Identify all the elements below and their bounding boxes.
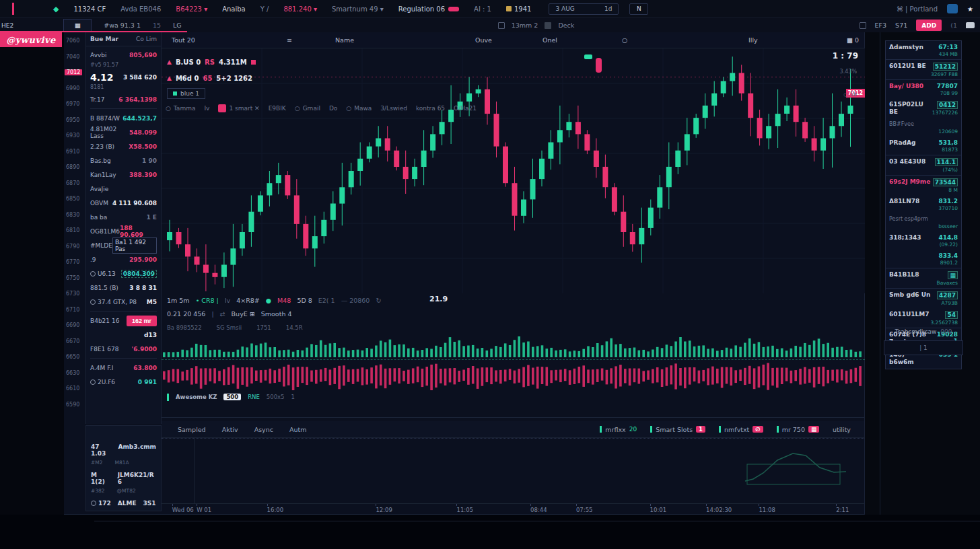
- timeframe-token[interactable]: ↻: [376, 297, 381, 304]
- toolbar-item-do[interactable]: Do: [329, 105, 337, 112]
- chat-bubble-icon[interactable]: [966, 22, 975, 28]
- menu-item-3[interactable]: Smartnum 49 ▾: [332, 5, 384, 13]
- toolbar-item-mawa[interactable]: ○Mawa: [346, 105, 372, 112]
- timeframe-token[interactable]: M48: [277, 297, 291, 304]
- active-layout-tab[interactable]: ▦: [63, 19, 92, 32]
- add-button[interactable]: ADD: [916, 20, 942, 31]
- watchlist-search-input[interactable]: | 1: [884, 340, 963, 355]
- watchlist-row[interactable]: B41B1L8▦Bavaxes: [886, 268, 961, 288]
- right-tab-2[interactable]: S71: [895, 22, 907, 29]
- watchlist-row[interactable]: Bay/ U38077807708 99: [886, 79, 961, 98]
- chart-header-item[interactable]: ■ 0: [847, 36, 859, 44]
- oscillator-name: Awesome KZ: [176, 394, 217, 400]
- timeframe-token[interactable]: • CR8 |: [196, 297, 219, 304]
- timeframe-token[interactable]: 1m 5m: [167, 297, 190, 304]
- menu-item-2[interactable]: Anaiba: [222, 5, 246, 13]
- mid-label: 13mm 2: [512, 22, 538, 29]
- legend-row[interactable]: ▲B.US 0RS4.311M: [167, 54, 256, 70]
- legend-row[interactable]: ▲M6d 0655+2 1262: [167, 70, 256, 86]
- toolbar-item-tamma[interactable]: ○Tamma: [166, 105, 195, 112]
- layout-tab-2[interactable]: #wa 91.3 1: [104, 22, 141, 29]
- chart-header-item[interactable]: ≡: [287, 36, 292, 44]
- market-stat-row: Kan1Lay388.390: [90, 168, 157, 182]
- watchlist-row[interactable]: Adamstyn67:13434 MB: [886, 41, 961, 59]
- menu-item-4[interactable]: Regulation 06: [398, 5, 459, 13]
- bottom-tab-async[interactable]: Async: [254, 426, 273, 433]
- panel-icon[interactable]: [860, 22, 866, 29]
- chart-header-item[interactable]: Illy: [748, 36, 758, 44]
- chart-header-item[interactable]: Tout 20: [172, 36, 195, 44]
- watchlist-row[interactable]: 833.48901.2: [886, 250, 961, 268]
- timeframe-token[interactable]: 5D 8: [297, 297, 312, 304]
- bottom-tab-sampled[interactable]: Sampled: [178, 426, 206, 433]
- bottom-stat-utility[interactable]: utility: [833, 426, 851, 433]
- indicator-token[interactable]: 0.21 20 456: [167, 310, 205, 318]
- watchlist-row[interactable]: A81LN78831.2370710: [886, 195, 961, 213]
- order-history-row[interactable]: M 1(2)JLM6K21/R 6: [91, 472, 156, 485]
- portfolio-link[interactable]: ⌘ | Portland: [897, 5, 938, 13]
- legend-symbol: B.US 0: [176, 59, 201, 66]
- menu-value-2[interactable]: 881.240 ▾: [283, 5, 317, 13]
- watchlist-row[interactable]: PRadAg531,881873: [886, 137, 961, 155]
- order-history-row[interactable]: 47 1.03Amb3.cmm: [91, 443, 156, 457]
- order-subrow: #382@MT82: [91, 488, 156, 494]
- menu-item-1[interactable]: Avda EB046: [120, 5, 161, 13]
- app-logo-icon[interactable]: [947, 4, 958, 13]
- watchlist-row[interactable]: Smb gd6 Un4287A793B: [886, 288, 961, 308]
- timeframe-token[interactable]: E2( 1: [318, 297, 335, 304]
- indicator-token[interactable]: Smooth 4: [261, 310, 292, 318]
- bottom-stat-smart-slots[interactable]: Smart Slots1: [650, 426, 705, 433]
- watchlist-row[interactable]: 6011U1LM7543.2562738: [886, 308, 961, 328]
- indicator-token[interactable]: |: [211, 310, 213, 318]
- market-stat-row: Avvbi805,690: [90, 48, 157, 62]
- bottom-stat-mrflxx[interactable]: mrflxx20: [600, 426, 637, 433]
- timeframe-token[interactable]: 4×R8#: [236, 297, 260, 304]
- watchlist-row[interactable]: 61SP02LU BE041213767226: [886, 98, 961, 118]
- toolbar-item-kontra-65[interactable]: kontra 65: [416, 105, 445, 112]
- chart-header-item[interactable]: Onel: [542, 36, 557, 44]
- chart-header-item[interactable]: ○: [622, 36, 627, 44]
- order-history-row[interactable]: 172ALME3S1: [91, 500, 156, 507]
- drawer-icon[interactable]: [545, 22, 551, 29]
- toolbar-item-iv[interactable]: Iv: [204, 105, 209, 112]
- grid-icon[interactable]: [498, 22, 505, 29]
- watchlist-row[interactable]: 6012U1 BE5121232697 F88: [886, 59, 961, 79]
- indicator-token[interactable]: ⇄: [220, 310, 225, 318]
- chart-header-item[interactable]: Ouve: [475, 36, 492, 44]
- watchlist-row[interactable]: 318;1343414,8(09.22): [886, 231, 961, 250]
- n-toggle-button[interactable]: N: [629, 3, 648, 15]
- timeframe-token[interactable]: Iv: [225, 297, 230, 304]
- toolbar-item-gmail[interactable]: ○Gmail: [295, 105, 320, 112]
- deck-label[interactable]: Deck: [558, 22, 574, 29]
- layout-tab-3[interactable]: LG: [173, 22, 182, 29]
- bottom-stat-nmfvtxt[interactable]: nmfvtxt∅: [719, 426, 763, 433]
- workspace-label: HE2: [1, 22, 13, 29]
- candlestick-chart[interactable]: ▲B.US 0RS4.311M▲M6d 0655+2 1262blue 1 ○T…: [162, 48, 865, 293]
- timeframe-token[interactable]: ●: [266, 297, 271, 304]
- toolbar-item-e9bik[interactable]: E9BIK: [269, 105, 286, 112]
- menu-value-1[interactable]: B64223 ▾: [176, 5, 207, 13]
- buy-button[interactable]: 162 mr: [127, 316, 157, 326]
- volume-legend-chip[interactable]: blue 1: [167, 88, 205, 99]
- indicator-token[interactable]: BuyE ⊞: [232, 310, 255, 318]
- right-tab-1[interactable]: EF3: [875, 22, 887, 29]
- stat-label: U6.13: [90, 270, 116, 277]
- toolbar-item-1-smart-[interactable]: 1 smart ✕: [218, 104, 259, 112]
- timeframe-value: 21.9: [429, 295, 448, 303]
- watchlist-row[interactable]: 03 4E43U8114.1(74%): [886, 155, 961, 175]
- favorite-star-icon[interactable]: ★: [967, 5, 973, 13]
- bottom-tab-autm[interactable]: Autm: [289, 426, 307, 433]
- legend-bar-icon: [167, 394, 169, 401]
- market-stat-row: .9295.900: [90, 252, 157, 266]
- toolbar-item-o-ha21[interactable]: O/Ha21: [454, 105, 477, 112]
- toolbar-item-3-lswied[interactable]: 3/Lswied: [380, 105, 407, 112]
- clock-icon: [90, 271, 96, 277]
- timeframe-token[interactable]: — 20860: [341, 297, 370, 304]
- chart-header-item[interactable]: Name: [335, 36, 354, 44]
- watchlist-row[interactable]: 69s2J M9me735448 M: [886, 175, 961, 195]
- date-range-input[interactable]: 3 AUG1d: [549, 3, 619, 15]
- positions-panel-header: SampledAktivAsyncAutm mrflxx20Smart Slot…: [162, 421, 864, 438]
- bottom-tab-aktiv[interactable]: Aktiv: [222, 426, 238, 433]
- bottom-stat-mr-750[interactable]: mr 750▦: [777, 426, 819, 433]
- axis-tick: [706, 504, 707, 506]
